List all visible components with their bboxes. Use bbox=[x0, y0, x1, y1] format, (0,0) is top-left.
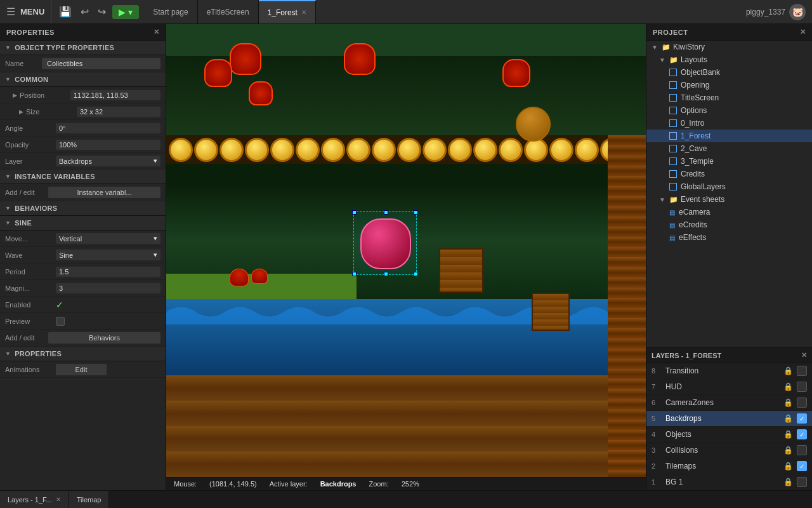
tree-objectbank[interactable]: ObjectBank bbox=[646, 66, 812, 79]
handle-tl[interactable] bbox=[352, 210, 357, 215]
tree-eeffects[interactable]: ▤ eEffects bbox=[646, 231, 812, 244]
objectbank-label: ObjectBank bbox=[681, 68, 720, 77]
layer-4-lock-icon[interactable]: 🔒 bbox=[783, 430, 793, 439]
properties-panel: PROPERTIES ✕ ▼ OBJECT TYPE PROPERTIES Na… bbox=[0, 24, 166, 490]
menu-label[interactable]: MENU bbox=[20, 7, 44, 17]
animations-row: Animations Edit bbox=[0, 361, 166, 378]
tilemap-button[interactable]: Tilemap bbox=[69, 491, 110, 508]
layer-7-hud[interactable]: 7 HUD 🔒 bbox=[646, 379, 812, 395]
tree-options[interactable]: Options bbox=[646, 104, 812, 117]
name-field-value[interactable]: Collectibles bbox=[42, 58, 160, 69]
handle-bc[interactable] bbox=[384, 272, 388, 276]
layer-5-visibility[interactable] bbox=[797, 413, 807, 424]
tree-kiwistory[interactable]: ▼ 📁 KiwiStory bbox=[646, 41, 812, 53]
tab-forest-close[interactable]: ✕ bbox=[301, 9, 306, 16]
preview-label: Preview bbox=[5, 318, 56, 325]
layer-5-lock-icon[interactable]: 🔒 bbox=[783, 414, 793, 423]
layer-8-visibility[interactable] bbox=[797, 366, 807, 376]
1forest-label: 1_Forest bbox=[681, 131, 710, 140]
period-value[interactable]: 1.5 bbox=[56, 267, 160, 277]
period-row: Period 1.5 bbox=[0, 264, 166, 280]
layers-bottom-tab-close[interactable]: ✕ bbox=[56, 496, 61, 503]
tree-0intro[interactable]: 0_Intro bbox=[646, 117, 812, 130]
layer-1-bg[interactable]: 1 BG 1 🔒 bbox=[646, 474, 812, 490]
position-arrow[interactable]: ▶ bbox=[13, 92, 17, 98]
instance-vars-add-btn[interactable]: Instance variabl... bbox=[48, 187, 160, 198]
avatar[interactable]: 🐷 bbox=[789, 4, 806, 20]
tree-credits[interactable]: Credits bbox=[646, 168, 812, 180]
tree-3temple[interactable]: 3_Temple bbox=[646, 155, 812, 168]
enabled-checkmark[interactable]: ✓ bbox=[56, 300, 63, 310]
enabled-label: Enabled bbox=[5, 301, 56, 309]
tree-opening[interactable]: Opening bbox=[646, 79, 812, 91]
layer-6-lock-icon[interactable]: 🔒 bbox=[783, 398, 793, 407]
layer-6-camerazones[interactable]: 6 CameraZones 🔒 bbox=[646, 395, 812, 411]
layer-3-lock-icon[interactable]: 🔒 bbox=[783, 446, 793, 455]
layer-2-lock-icon[interactable]: 🔒 bbox=[783, 462, 793, 471]
layer-3-visibility[interactable] bbox=[797, 445, 807, 455]
period-label: Period bbox=[5, 268, 56, 276]
canvas-content[interactable] bbox=[166, 24, 646, 477]
layer-7-lock-icon[interactable]: 🔒 bbox=[783, 382, 793, 391]
handle-tc[interactable] bbox=[384, 210, 388, 215]
tree-globallayers[interactable]: GlobalLayers bbox=[646, 180, 812, 193]
section-instance-vars[interactable]: ▼ INSTANCE VARIABLES bbox=[0, 170, 166, 184]
project-title-label: PROJECT bbox=[653, 29, 688, 36]
layer-value[interactable]: Backdrops ▾ bbox=[56, 156, 160, 166]
handle-tr[interactable] bbox=[414, 210, 418, 215]
tree-event-sheets[interactable]: ▼ 📁 Event sheets bbox=[646, 193, 812, 206]
layer-7-visibility[interactable] bbox=[797, 382, 807, 392]
size-value[interactable]: 32 x 32 bbox=[77, 107, 160, 117]
section-object-type[interactable]: ▼ OBJECT TYPE PROPERTIES bbox=[0, 41, 166, 55]
tree-titlescreen[interactable]: TitleScreen bbox=[646, 91, 812, 104]
tree-layouts[interactable]: ▼ 📁 Layouts bbox=[646, 53, 812, 66]
angle-value[interactable]: 0° bbox=[56, 123, 160, 133]
layer-2-tilemaps[interactable]: 2 Tilemaps 🔒 bbox=[646, 458, 812, 474]
handle-br[interactable] bbox=[414, 272, 418, 276]
section-sine[interactable]: ▼ SINE bbox=[0, 216, 166, 231]
size-arrow[interactable]: ▶ bbox=[19, 109, 23, 115]
magni-value[interactable]: 3 bbox=[56, 283, 160, 293]
layer-3-collisions[interactable]: 3 Collisions 🔒 bbox=[646, 443, 812, 458]
layer-1-visibility[interactable] bbox=[797, 477, 807, 487]
tree-1forest[interactable]: 1_Forest bbox=[646, 130, 812, 142]
layer-6-visibility[interactable] bbox=[797, 398, 807, 408]
layer-8-transition[interactable]: 8 Transition 🔒 bbox=[646, 363, 812, 379]
animations-edit-btn[interactable]: Edit bbox=[56, 364, 107, 375]
section-properties[interactable]: ▼ PROPERTIES bbox=[0, 347, 166, 361]
layers-close-button[interactable]: ✕ bbox=[801, 351, 807, 359]
tab-forest[interactable]: 1_Forest ✕ bbox=[259, 0, 316, 23]
tree-ecamera[interactable]: ▤ eCamera bbox=[646, 206, 812, 218]
redo-icon[interactable]: ↪ bbox=[95, 4, 108, 19]
move-value[interactable]: Vertical ▾ bbox=[56, 233, 160, 244]
properties-close-button[interactable]: ✕ bbox=[154, 28, 160, 36]
layers-bottom-tab[interactable]: Layers - 1_F... ✕ bbox=[0, 491, 69, 508]
project-panel-title: PROJECT ✕ bbox=[646, 24, 812, 41]
layer-2-visibility[interactable] bbox=[797, 461, 807, 471]
layer-3-num: 3 bbox=[652, 446, 662, 454]
behaviors-add-btn[interactable]: Behaviors bbox=[48, 332, 160, 344]
handle-bl[interactable] bbox=[352, 272, 357, 276]
play-button[interactable]: ▶ ▾ bbox=[112, 5, 139, 19]
section-common[interactable]: ▼ COMMON bbox=[0, 72, 166, 87]
tab-start-page[interactable]: Start page bbox=[144, 0, 197, 23]
layer-6-num: 6 bbox=[652, 399, 662, 406]
hamburger-icon[interactable]: ☰ bbox=[6, 6, 15, 18]
layer-4-objects[interactable]: 4 Objects 🔒 bbox=[646, 427, 812, 443]
opacity-value[interactable]: 100% bbox=[56, 140, 160, 150]
undo-icon[interactable]: ↩ bbox=[78, 4, 91, 19]
preview-checkbox[interactable] bbox=[56, 317, 65, 326]
tree-ecredits[interactable]: ▤ eCredits bbox=[646, 218, 812, 231]
play-dropdown-arrow[interactable]: ▾ bbox=[128, 7, 133, 17]
tree-2cave[interactable]: 2_Cave bbox=[646, 142, 812, 155]
layer-5-backdrops[interactable]: 5 Backdrops 🔒 bbox=[646, 411, 812, 427]
project-close-button[interactable]: ✕ bbox=[800, 28, 806, 36]
wave-value[interactable]: Sine ▾ bbox=[56, 250, 160, 260]
position-value[interactable]: 1132.181, 118.53 bbox=[70, 90, 160, 100]
save-icon[interactable]: 💾 bbox=[56, 4, 74, 19]
layer-8-lock-icon[interactable]: 🔒 bbox=[783, 366, 793, 375]
layer-4-visibility[interactable] bbox=[797, 429, 807, 439]
layer-1-lock-icon[interactable]: 🔒 bbox=[783, 478, 793, 486]
section-behaviors[interactable]: ▼ BEHAVIORS bbox=[0, 201, 166, 216]
tab-title-screen[interactable]: eTitleScreen bbox=[198, 0, 259, 23]
